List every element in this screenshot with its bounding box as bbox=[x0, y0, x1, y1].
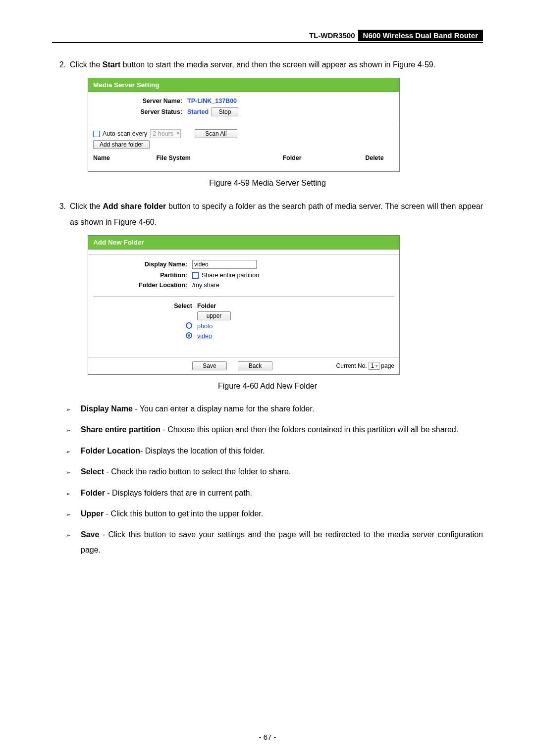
step-2-num: 2. bbox=[52, 57, 66, 73]
media-server-setting-title: Media Server Setting bbox=[88, 78, 399, 92]
bullet-b7-bold: Save bbox=[81, 530, 99, 539]
page-label: page bbox=[381, 362, 394, 369]
bullet-b1-bold: Display Name bbox=[81, 404, 133, 413]
page-number: - 67 - bbox=[0, 733, 535, 741]
autoscan-interval-value: 2 hours bbox=[153, 130, 173, 137]
bullet-b2-text: - Choose this option and then the folder… bbox=[160, 425, 458, 434]
bullet-upper: ➢Upper - Click this button to get into t… bbox=[66, 506, 483, 521]
bullet-b1-text: - You can enter a display name for the s… bbox=[133, 404, 314, 413]
scan-all-button[interactable]: Scan All bbox=[195, 129, 237, 138]
bullet-b5-text: - Displays folders that are in current p… bbox=[105, 489, 252, 497]
bullet-folder: ➢Folder - Displays folders that are in c… bbox=[66, 486, 483, 501]
figure-2-wrap: Add New Folder Display Name: Partition: … bbox=[88, 235, 483, 375]
pager: Current No. 1 ▾ page bbox=[336, 362, 394, 370]
step-2-text-b: button to start the media server, and th… bbox=[120, 60, 435, 69]
bullet-b6-bold: Upper bbox=[81, 509, 104, 518]
partition-label: Partition: bbox=[93, 272, 192, 279]
step-2-body: Click the Start button to start the medi… bbox=[70, 57, 483, 73]
header-model: TL-WDR3500 bbox=[306, 30, 358, 41]
th-file-system: File System bbox=[156, 154, 282, 161]
header-title: N600 Wireless Dual Band Router bbox=[358, 30, 483, 41]
share-entire-partition-checkbox[interactable] bbox=[192, 272, 199, 279]
bullet-b3-text: - Displays the location of this folder. bbox=[140, 447, 265, 455]
bullet-save: ➢Save - Click this button to save your s… bbox=[66, 527, 483, 557]
figure-1-caption: Figure 4-59 Media Server Setting bbox=[52, 179, 483, 188]
bullet-b2-bold: Share entire partition bbox=[81, 425, 160, 434]
add-new-folder-title: Add New Folder bbox=[88, 236, 399, 250]
bullet-b5-bold: Folder bbox=[81, 489, 105, 497]
server-name-label: Server Name: bbox=[93, 98, 187, 104]
server-status-value: Started bbox=[187, 108, 209, 115]
autoscan-interval-select[interactable]: 2 hours ▾ bbox=[150, 129, 181, 138]
bullet-b6-text: - Click this button to get into the uppe… bbox=[104, 509, 263, 518]
current-no-label: Current No. bbox=[336, 362, 367, 369]
step-2: 2. Click the Start button to start the m… bbox=[52, 57, 483, 73]
figure-1-wrap: Media Server Setting Server Name: TP-LIN… bbox=[88, 78, 483, 172]
bullet-share-entire-partition: ➢Share entire partition - Choose this op… bbox=[66, 422, 483, 437]
folder-location-label: Folder Location: bbox=[93, 282, 192, 289]
upper-button[interactable]: upper bbox=[197, 311, 231, 320]
step-2-text-a: Click the bbox=[70, 60, 103, 69]
step-3-body: Click the Add share folder button to spe… bbox=[70, 199, 483, 230]
current-no-value: 1 bbox=[371, 362, 374, 369]
server-name-value: TP-LINK_137B00 bbox=[187, 98, 237, 104]
display-name-input[interactable] bbox=[192, 260, 257, 269]
display-name-label: Display Name: bbox=[93, 261, 192, 268]
step-2-bold: Start bbox=[103, 60, 120, 69]
save-button[interactable]: Save bbox=[192, 361, 227, 370]
folder-photo-link[interactable]: photo bbox=[197, 323, 213, 330]
th-folder: Folder bbox=[282, 154, 365, 161]
autoscan-checkbox[interactable] bbox=[93, 131, 100, 137]
chevron-down-icon: ▾ bbox=[177, 131, 179, 136]
folder-header: Folder bbox=[197, 302, 216, 309]
bullet-select: ➢Select - Check the radio button to sele… bbox=[66, 464, 483, 479]
server-status-label: Server Status: bbox=[93, 108, 187, 115]
bullet-b3-bold: Folder Location bbox=[81, 447, 140, 455]
add-new-folder-panel: Add New Folder Display Name: Partition: … bbox=[88, 235, 400, 375]
share-table-header: Name File System Folder Delete bbox=[88, 152, 399, 163]
autoscan-label: Auto-scan every bbox=[103, 130, 147, 137]
bullet-list: ➢Display Name - You can enter a display … bbox=[66, 402, 483, 557]
folder-video-link[interactable]: video bbox=[197, 333, 212, 340]
folder-location-value: /my share bbox=[192, 282, 219, 289]
back-button[interactable]: Back bbox=[238, 361, 272, 370]
select-header: Select bbox=[98, 302, 197, 309]
bullet-b4-text: - Check the radio button to select the f… bbox=[104, 467, 291, 476]
th-delete: Delete bbox=[365, 154, 394, 161]
stop-button[interactable]: Stop bbox=[212, 107, 238, 116]
header-bar: TL-WDR3500 N600 Wireless Dual Band Route… bbox=[52, 30, 483, 43]
th-name: Name bbox=[93, 154, 156, 161]
step-3: 3. Click the Add share folder button to … bbox=[52, 199, 483, 230]
bullet-b4-bold: Select bbox=[81, 467, 104, 476]
share-entire-partition-label: Share entire partition bbox=[202, 272, 259, 279]
bullet-b7-text: - Click this button to save your setting… bbox=[81, 530, 483, 554]
media-server-setting-panel: Media Server Setting Server Name: TP-LIN… bbox=[88, 78, 400, 172]
folder-video-radio[interactable] bbox=[186, 332, 192, 339]
chevron-down-icon: ▾ bbox=[375, 363, 378, 368]
folder-photo-radio[interactable] bbox=[186, 322, 192, 329]
current-no-select[interactable]: 1 ▾ bbox=[369, 362, 380, 370]
figure-2-caption: Figure 4-60 Add New Folder bbox=[52, 382, 483, 391]
bullet-folder-location: ➢Folder Location- Displays the location … bbox=[66, 444, 483, 458]
step-3-num: 3. bbox=[52, 199, 66, 230]
step-3-bold: Add share folder bbox=[103, 202, 166, 210]
add-share-folder-button[interactable]: Add share folder bbox=[93, 140, 150, 149]
step-3-text-a: Click the bbox=[70, 202, 103, 210]
bullet-display-name: ➢Display Name - You can enter a display … bbox=[66, 402, 483, 416]
